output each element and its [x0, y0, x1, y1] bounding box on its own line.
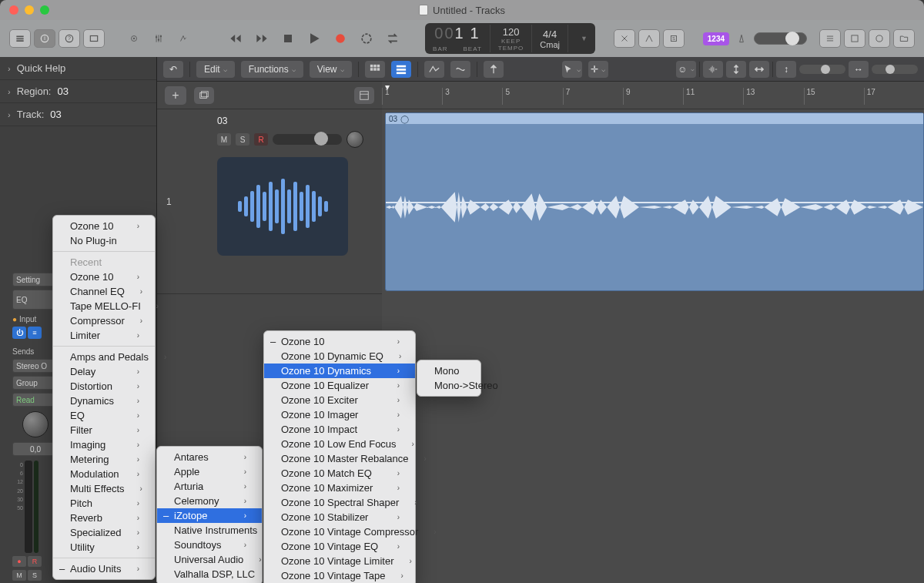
ruler-tick[interactable]: 9 — [623, 88, 683, 105]
setting-button[interactable]: Setting — [12, 273, 55, 286]
forward-button[interactable] — [250, 28, 273, 49]
lcd-dropdown-icon[interactable]: ▼ — [581, 35, 588, 42]
menu-item[interactable]: Ozone 10 Vintage EQ› — [264, 539, 415, 554]
track-mute-button[interactable]: M — [217, 133, 231, 146]
input-monitor-button[interactable]: ● — [12, 556, 26, 567]
menu-item[interactable]: Mono->Stereo — [417, 378, 480, 393]
menu-item[interactable]: Pitch› — [53, 496, 155, 511]
lcd-key[interactable]: Cmaj — [540, 40, 560, 49]
menu-item[interactable]: –iZotope› — [157, 508, 262, 523]
list-editor-button[interactable] — [819, 29, 841, 48]
track-icon[interactable] — [217, 157, 348, 256]
add-track-button[interactable]: + — [165, 86, 186, 105]
pan-knob[interactable] — [22, 411, 49, 437]
menu-item[interactable]: Ozone 10 Impact› — [264, 422, 415, 437]
track-header-row[interactable]: 1 03 M S R — [157, 109, 382, 294]
quick-help-button[interactable]: ? — [59, 29, 80, 48]
menu-item[interactable]: Imaging› — [53, 437, 155, 452]
back-button[interactable]: ↶ — [163, 61, 183, 78]
notes-button[interactable] — [844, 29, 865, 48]
menu-item[interactable]: Utility› — [53, 540, 155, 555]
v-zoom-slider[interactable] — [799, 65, 845, 74]
view-menu[interactable]: View⌵ — [310, 61, 352, 78]
waveform-zoom-button[interactable] — [703, 61, 723, 78]
solo-safe-button[interactable]: S — [663, 29, 685, 48]
lcd-timesig[interactable]: 4/4 — [540, 28, 560, 40]
slider-thumb[interactable] — [785, 32, 799, 45]
menu-item[interactable]: Ozone 10› — [53, 270, 155, 284]
plugin-power-button[interactable]: ⏻ — [12, 327, 26, 339]
menu-item[interactable]: Delay› — [53, 364, 155, 379]
lcd-display[interactable]: 001 1 BAR BEAT 120 KEEP TEMPO 4/4 Cmaj ▼ — [425, 23, 595, 54]
ruler-tick[interactable]: 11 — [683, 88, 743, 105]
functions-menu[interactable]: Functions⌵ — [241, 61, 303, 78]
plugin-list-menu[interactable]: –Ozone 10›Ozone 10 Dynamic EQ›Ozone 10 D… — [263, 330, 416, 583]
master-volume-slider[interactable] — [754, 32, 807, 45]
slider-thumb[interactable] — [886, 65, 895, 74]
h-zoom-slider[interactable] — [872, 65, 918, 74]
menu-item[interactable]: Ozone 10 Dynamics› — [264, 364, 415, 378]
pointer-tool[interactable]: ⌵ — [562, 61, 582, 78]
track-solo-button[interactable]: S — [236, 133, 249, 146]
automation-button[interactable] — [424, 61, 444, 78]
menu-item[interactable]: Ozone 10 Equalizer› — [264, 378, 415, 393]
flex-button[interactable] — [450, 61, 470, 78]
menu-item[interactable]: Amps and Pedals› — [53, 350, 155, 364]
menu-item[interactable]: Multi Effects› — [53, 481, 155, 496]
stop-button[interactable] — [276, 28, 300, 49]
menu-item[interactable]: Filter› — [53, 423, 155, 437]
menu-item[interactable]: Reverb› — [53, 511, 155, 525]
output-button[interactable]: Stereo O — [12, 359, 55, 373]
ruler-tick[interactable]: 15 — [804, 88, 864, 105]
global-tracks-button[interactable] — [354, 87, 374, 104]
record-enable-button[interactable]: R — [28, 556, 42, 567]
ruler-tick[interactable]: 1 — [382, 88, 442, 105]
menu-item[interactable]: No Plug-in — [53, 233, 155, 248]
manufacturer-menu[interactable]: Antares›Apple›Arturia›Celemony›–iZotope›… — [156, 446, 263, 583]
menu-item[interactable]: Ozone 10› — [53, 219, 155, 233]
menu-item[interactable]: Apple› — [157, 464, 262, 479]
menu-item[interactable]: Ozone 10 Match EQ› — [264, 466, 415, 481]
library-button[interactable] — [9, 29, 31, 48]
menu-item[interactable]: Celemony› — [157, 494, 262, 508]
toolbar-button[interactable] — [83, 29, 105, 48]
audio-region[interactable]: 03◯ — [385, 112, 924, 291]
automation-mode-button[interactable]: Read — [12, 393, 55, 407]
menu-item[interactable]: Ozone 10 Imager› — [264, 407, 415, 422]
menu-item[interactable]: Ozone 10 Stabilizer› — [264, 510, 415, 524]
menu-item[interactable]: Ozone 10 Vintage Compressor› — [264, 524, 415, 539]
close-window[interactable] — [9, 5, 18, 15]
step-input-badge[interactable]: 1234 — [703, 32, 729, 45]
plugin-slot-button[interactable]: ≡ — [28, 327, 42, 339]
metronome-button[interactable] — [735, 29, 748, 48]
menu-item[interactable]: Ozone 10 Spectral Shaper› — [264, 495, 415, 510]
ruler-tick[interactable]: 17 — [864, 88, 924, 105]
ruler-tick[interactable]: 7 — [563, 88, 623, 105]
menu-item[interactable]: Universal Audio› — [157, 552, 262, 567]
browser-button[interactable] — [893, 29, 915, 48]
cycle-button[interactable] — [355, 28, 378, 49]
menu-item[interactable]: Arturia› — [157, 479, 262, 494]
secondary-tool[interactable]: ✛⌵ — [588, 61, 608, 78]
replace-button[interactable] — [381, 28, 404, 49]
menu-item[interactable]: Compressor› — [53, 313, 155, 328]
minimize-window[interactable] — [25, 5, 34, 15]
track-row[interactable]: ›Track: 03 — [0, 103, 156, 126]
menu-item[interactable]: Ozone 10 Vintage Tape› — [264, 568, 415, 583]
horizontal-auto-zoom-button[interactable] — [749, 61, 769, 78]
menu-item[interactable]: Ozone 10 Vintage Limiter› — [264, 554, 415, 568]
ruler-tick[interactable]: 13 — [743, 88, 803, 105]
region-row[interactable]: ›Region: 03 — [0, 80, 156, 103]
vertical-auto-zoom-button[interactable] — [726, 61, 746, 78]
menu-item[interactable]: EQ› — [53, 408, 155, 423]
track-pan-knob[interactable] — [346, 131, 363, 148]
catch-button[interactable] — [484, 61, 504, 78]
edit-menu[interactable]: Edit⌵ — [196, 61, 235, 78]
mixer-button[interactable] — [148, 29, 169, 48]
list-view-button[interactable] — [391, 61, 411, 78]
tuner-button[interactable] — [614, 29, 635, 48]
smart-controls-button[interactable] — [123, 29, 145, 48]
ruler-tick[interactable]: 5 — [502, 88, 562, 105]
menu-item[interactable]: Specialized› — [53, 525, 155, 540]
lcd-tempo-mode[interactable]: KEEP — [498, 38, 524, 45]
